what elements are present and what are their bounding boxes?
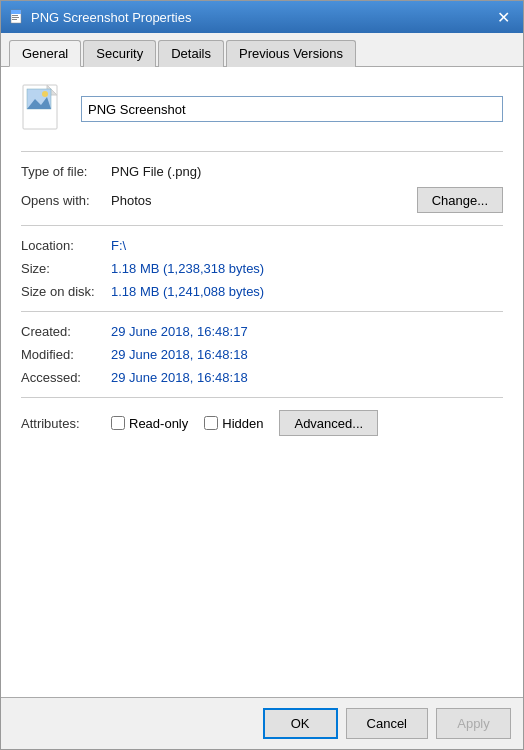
tabs-bar: General Security Details Previous Versio… xyxy=(1,33,523,67)
svg-point-9 xyxy=(42,91,48,97)
opens-value: Photos xyxy=(111,193,417,208)
apply-button[interactable]: Apply xyxy=(436,708,511,739)
created-value: 29 June 2018, 16:48:17 xyxy=(111,324,503,339)
hidden-checkbox-label[interactable]: Hidden xyxy=(204,416,263,431)
divider-3 xyxy=(21,311,503,312)
bottom-bar: OK Cancel Apply xyxy=(1,697,523,749)
window-title: PNG Screenshot Properties xyxy=(31,10,491,25)
opens-label: Opens with: xyxy=(21,193,111,208)
type-value: PNG File (.png) xyxy=(111,164,503,179)
accessed-value: 29 June 2018, 16:48:18 xyxy=(111,370,503,385)
divider-1 xyxy=(21,151,503,152)
type-label: Type of file: xyxy=(21,164,111,179)
tab-security[interactable]: Security xyxy=(83,40,156,67)
size-on-disk-row: Size on disk: 1.18 MB (1,241,088 bytes) xyxy=(21,284,503,299)
tab-details[interactable]: Details xyxy=(158,40,224,67)
created-row: Created: 29 June 2018, 16:48:17 xyxy=(21,324,503,339)
size-on-disk-label: Size on disk: xyxy=(21,284,111,299)
title-bar: PNG Screenshot Properties ✕ xyxy=(1,1,523,33)
change-button[interactable]: Change... xyxy=(417,187,503,213)
modified-row: Modified: 29 June 2018, 16:48:18 xyxy=(21,347,503,362)
svg-rect-3 xyxy=(12,17,19,18)
location-value: F:\ xyxy=(111,238,503,253)
hidden-checkbox[interactable] xyxy=(204,416,218,430)
location-row: Location: F:\ xyxy=(21,238,503,253)
modified-value: 29 June 2018, 16:48:18 xyxy=(111,347,503,362)
size-value: 1.18 MB (1,238,318 bytes) xyxy=(111,261,503,276)
checkboxes-group: Read-only Hidden Advanced... xyxy=(111,410,503,436)
accessed-row: Accessed: 29 June 2018, 16:48:18 xyxy=(21,370,503,385)
title-bar-icon xyxy=(9,9,25,25)
location-label: Location: xyxy=(21,238,111,253)
cancel-button[interactable]: Cancel xyxy=(346,708,428,739)
file-icon-container xyxy=(21,83,69,135)
file-header xyxy=(21,83,503,135)
close-button[interactable]: ✕ xyxy=(491,5,515,29)
tab-previous-versions[interactable]: Previous Versions xyxy=(226,40,356,67)
tab-content-general: Type of file: PNG File (.png) Opens with… xyxy=(1,67,523,697)
properties-dialog: PNG Screenshot Properties ✕ General Secu… xyxy=(0,0,524,750)
svg-rect-4 xyxy=(12,19,17,20)
attributes-label: Attributes: xyxy=(21,416,111,431)
accessed-label: Accessed: xyxy=(21,370,111,385)
readonly-checkbox[interactable] xyxy=(111,416,125,430)
size-label: Size: xyxy=(21,261,111,276)
advanced-button[interactable]: Advanced... xyxy=(279,410,378,436)
divider-2 xyxy=(21,225,503,226)
divider-4 xyxy=(21,397,503,398)
tab-general[interactable]: General xyxy=(9,40,81,67)
size-on-disk-value: 1.18 MB (1,241,088 bytes) xyxy=(111,284,503,299)
opens-with-row: Opens with: Photos Change... xyxy=(21,187,503,213)
readonly-checkbox-label[interactable]: Read-only xyxy=(111,416,188,431)
attributes-row: Attributes: Read-only Hidden Advanced... xyxy=(21,410,503,436)
modified-label: Modified: xyxy=(21,347,111,362)
ok-button[interactable]: OK xyxy=(263,708,338,739)
readonly-label: Read-only xyxy=(129,416,188,431)
svg-rect-1 xyxy=(11,10,21,14)
type-row: Type of file: PNG File (.png) xyxy=(21,164,503,179)
hidden-label: Hidden xyxy=(222,416,263,431)
file-type-icon xyxy=(21,83,69,135)
svg-rect-2 xyxy=(12,15,18,16)
file-name-input[interactable] xyxy=(81,96,503,122)
created-label: Created: xyxy=(21,324,111,339)
size-row: Size: 1.18 MB (1,238,318 bytes) xyxy=(21,261,503,276)
